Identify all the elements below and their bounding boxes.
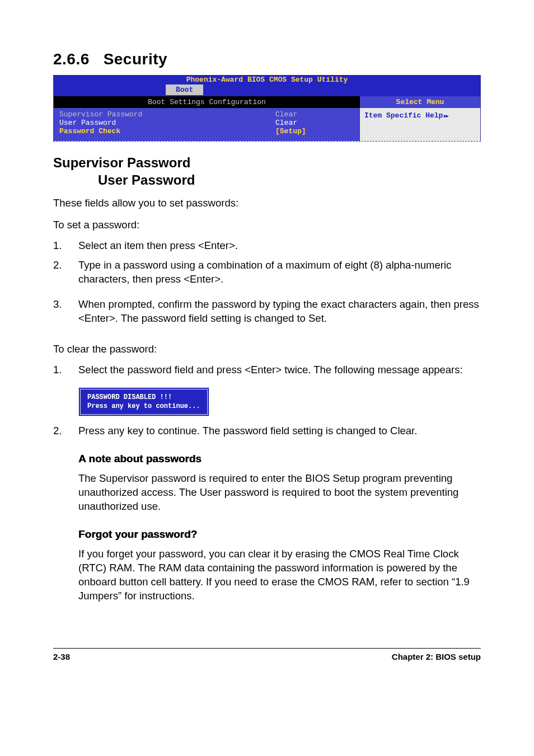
list-item: 3.When prompted, confirm the password by…: [53, 298, 481, 326]
section-heading: 2.6.6 Security: [53, 50, 481, 68]
list-text: Select an item then press <Enter>.: [78, 239, 481, 253]
list-text: Select the password field and press <Ent…: [78, 363, 481, 377]
list-number: 1.: [53, 239, 78, 253]
intro-text-2: To set a password:: [53, 218, 481, 232]
forgot-body: If you forget your password, you can cle…: [78, 547, 481, 603]
list-text: Press any key to continue. The password …: [78, 424, 481, 438]
clear-password-steps: 1.Select the password field and press <E…: [53, 363, 481, 377]
bios-row-label: Supervisor Password: [59, 110, 275, 119]
list-item: 1.Select an item then press <Enter>.: [53, 239, 481, 253]
set-password-steps: 1.Select an item then press <Enter>. 2.T…: [53, 239, 481, 326]
list-number: 3.: [53, 298, 78, 326]
bios-help-panel: Item Specific Help▸▸: [360, 108, 480, 141]
subheading-line1: Supervisor Password: [53, 154, 481, 171]
bios-row-supervisor: Supervisor Password Clear: [59, 110, 354, 119]
clear-password-steps-2: 2.Press any key to continue. The passwor…: [53, 424, 481, 438]
subheading-line2: User Password: [98, 171, 481, 189]
bios-help-text: Item Specific Help: [364, 111, 443, 120]
bios-utility-title: Phoenix-Award BIOS CMOS Setup Utility: [54, 75, 480, 84]
subheading-supervisor-password: Supervisor Password User Password: [53, 154, 481, 189]
bios-left-subtitle: Boot Settings Configuration: [54, 96, 360, 108]
list-item: 2.Press any key to continue. The passwor…: [53, 424, 481, 438]
footer-chapter: Chapter 2: BIOS setup: [392, 652, 481, 661]
bios-row-password-check: Password Check [Setup]: [59, 127, 354, 135]
bios-row-label: User Password: [59, 119, 275, 127]
list-item: 1.Select the password field and press <E…: [53, 363, 481, 377]
bios-row-value: Clear: [275, 119, 354, 127]
bios-row-value: [Setup]: [275, 127, 354, 135]
bios-tab-bar: Boot: [54, 84, 480, 96]
password-disabled-message-box: PASSWORD DISABLED !!! Press any key to c…: [78, 387, 209, 416]
bios-screenshot: Phoenix-Award BIOS CMOS Setup Utility Bo…: [53, 75, 481, 142]
list-item: 2.Type in a password using a combination…: [53, 259, 481, 287]
bios-left-panel: Supervisor Password Clear User Password …: [54, 108, 360, 141]
section-number: 2.6.6: [53, 50, 90, 68]
clear-intro: To clear the password:: [53, 342, 481, 356]
forgot-heading: Forgot your password?: [78, 528, 481, 541]
note-body: The Supervisor password is required to e…: [78, 472, 481, 514]
section-title: Security: [104, 50, 168, 68]
bios-row-value: Clear: [275, 110, 354, 119]
page-footer: 2-38 Chapter 2: BIOS setup: [53, 648, 481, 661]
bios-right-subtitle: Select Menu: [360, 96, 480, 108]
bios-row-user: User Password Clear: [59, 119, 354, 127]
list-number: 2.: [53, 424, 78, 438]
right-arrows-icon: ▸▸: [443, 111, 447, 120]
intro-text-1: These fields allow you to set passwords:: [53, 196, 481, 210]
note-heading: A note about passwords: [78, 453, 481, 465]
list-text: When prompted, confirm the password by t…: [78, 298, 481, 326]
bios-tab-boot: Boot: [166, 84, 203, 95]
list-text: Type in a password using a combination o…: [78, 259, 481, 287]
bios-row-label: Password Check: [59, 127, 275, 135]
footer-page-number: 2-38: [53, 652, 70, 661]
list-number: 1.: [53, 363, 78, 377]
list-number: 2.: [53, 259, 78, 287]
